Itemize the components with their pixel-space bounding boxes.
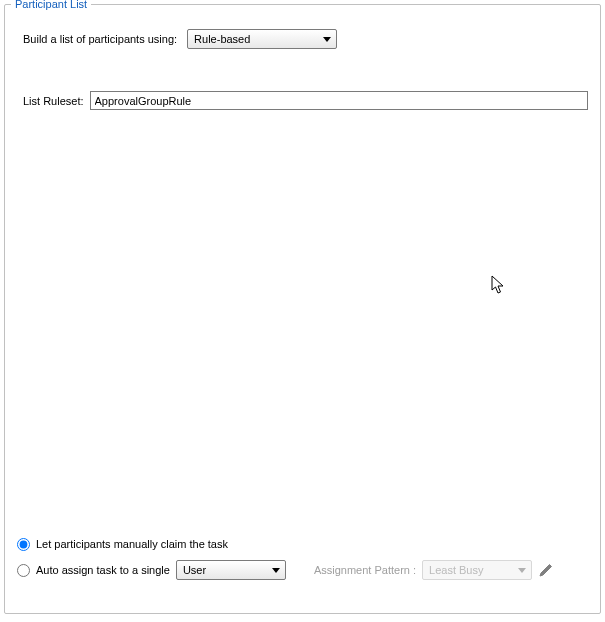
radio-manual-row: Let participants manually claim the task — [17, 533, 588, 555]
radio-auto-row: Auto assign task to a single User Assign… — [17, 559, 588, 581]
build-method-select-wrap: Rule-based — [187, 29, 337, 49]
edit-icon[interactable] — [538, 562, 554, 578]
radio-auto[interactable] — [17, 564, 30, 577]
radio-auto-label: Auto assign task to a single — [36, 564, 170, 576]
radio-manual[interactable] — [17, 538, 30, 551]
assignment-pattern-label: Assignment Pattern : — [314, 564, 416, 576]
assignment-pattern-select-wrap: Least Busy — [422, 560, 532, 580]
participant-list-fieldset: Participant List Build a list of partici… — [4, 4, 601, 614]
build-method-select[interactable]: Rule-based — [187, 29, 337, 49]
auto-target-select[interactable]: User — [176, 560, 286, 580]
list-ruleset-row: List Ruleset: — [23, 91, 588, 110]
cursor-icon — [491, 275, 509, 297]
assignment-pattern-select: Least Busy — [422, 560, 532, 580]
list-ruleset-input[interactable] — [90, 91, 588, 110]
auto-target-select-wrap: User — [176, 560, 286, 580]
fieldset-legend: Participant List — [11, 0, 91, 10]
build-method-label: Build a list of participants using: — [23, 33, 177, 45]
radio-manual-label: Let participants manually claim the task — [36, 538, 228, 550]
assignment-options: Let participants manually claim the task… — [17, 533, 588, 585]
build-method-row: Build a list of participants using: Rule… — [23, 29, 588, 49]
list-ruleset-label: List Ruleset: — [23, 95, 84, 107]
